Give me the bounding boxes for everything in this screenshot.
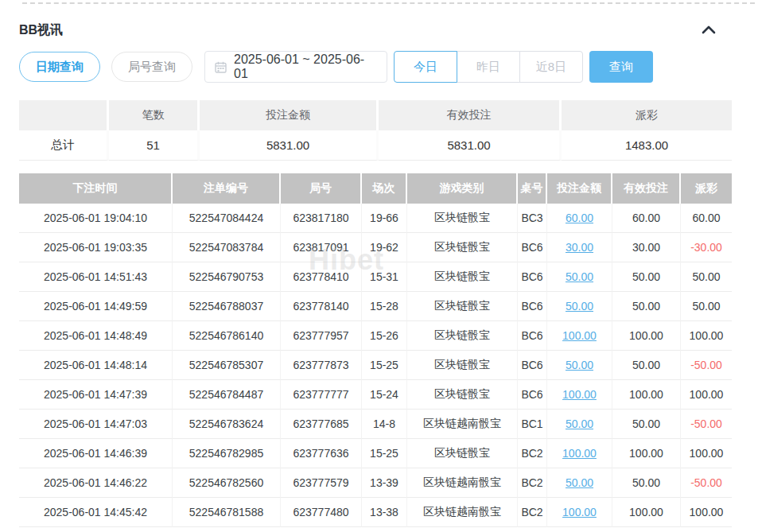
query-button[interactable]: 查询	[589, 51, 653, 83]
bet-table-body: 2025-06-01 19:04:10 522547084424 6238171…	[19, 204, 732, 527]
bet-amount-cell: 100.00	[547, 498, 612, 527]
round-number-cell: 623778410	[281, 262, 362, 292]
session-cell: 14-8	[362, 410, 407, 439]
game-type-cell: 区块链骰宝	[407, 380, 518, 410]
valid-bet-cell: 100.00	[612, 321, 681, 351]
date-range-input[interactable]: 2025-06-01 ~ 2025-06-01	[204, 51, 387, 83]
bet-id-cell: 522546782985	[173, 439, 281, 468]
bet-amount-link[interactable]: 50.00	[566, 270, 593, 283]
bet-amount-link[interactable]: 100.00	[562, 506, 597, 518]
date-range-value: 2025-06-01 ~ 2025-06-01	[234, 52, 377, 81]
bet-amount-link[interactable]: 30.00	[566, 241, 593, 254]
game-type-cell: 区块链骰宝	[407, 204, 518, 233]
bet-amount-cell: 60.00	[547, 204, 612, 233]
table-number-cell: BC2	[518, 439, 547, 468]
bet-amount-link[interactable]: 50.00	[566, 476, 593, 489]
payout-cell: 50.00	[681, 262, 732, 292]
table-row: 2025-06-01 19:04:10 522547084424 6238171…	[19, 204, 732, 233]
quick-last8days-button[interactable]: 近8日	[519, 51, 583, 83]
section-divider	[22, 2, 755, 4]
bet-id-cell: 522546786140	[173, 321, 281, 351]
bet-amount-cell: 50.00	[547, 262, 612, 292]
bet-time-cell: 2025-06-01 14:47:39	[19, 380, 173, 410]
round-number-cell: 623777579	[281, 468, 362, 498]
bet-time-cell: 2025-06-01 14:45:42	[19, 498, 173, 527]
session-cell: 15-26	[362, 321, 407, 351]
table-row: 2025-06-01 14:46:39 522546782985 6237776…	[19, 439, 732, 468]
bet-id-cell: 522547084424	[173, 204, 281, 233]
table-number-cell: BC6	[518, 233, 547, 262]
bet-amount-cell: 100.00	[547, 439, 612, 468]
payout-cell: 100.00	[681, 380, 732, 410]
bet-amount-link[interactable]: 50.00	[566, 300, 593, 313]
table-number-cell: BC2	[518, 468, 547, 498]
session-cell: 15-31	[362, 262, 407, 292]
payout-cell: 100.00	[681, 439, 732, 468]
round-number-cell: 623778140	[281, 292, 362, 321]
chevron-up-icon	[702, 25, 716, 37]
table-row: 2025-06-01 14:45:42 522546781588 6237774…	[19, 498, 732, 527]
bet-time-cell: 2025-06-01 14:47:03	[19, 410, 173, 439]
table-row: 2025-06-01 14:48:49 522546786140 6237779…	[19, 321, 732, 351]
valid-bet-cell: 50.00	[612, 262, 681, 292]
payout-cell: -50.00	[681, 468, 732, 498]
round-number-cell: 623817091	[281, 233, 362, 262]
round-number-cell: 623777636	[281, 439, 362, 468]
payout-cell: -50.00	[681, 410, 732, 439]
bet-id-cell: 522546782560	[173, 468, 281, 498]
payout-cell: 60.00	[681, 204, 732, 233]
round-number-cell: 623777685	[281, 410, 362, 439]
col-header-bet-id: 注单编号	[173, 173, 281, 204]
valid-bet-cell: 30.00	[612, 233, 681, 262]
bet-amount-link[interactable]: 60.00	[566, 212, 593, 224]
valid-bet-cell: 50.00	[612, 351, 681, 380]
game-type-cell: 区块链越南骰宝	[407, 468, 518, 498]
bet-table: 下注时间 注单编号 局号 场次 游戏类别 桌号 投注金额 有效投注 派彩 202…	[19, 173, 732, 527]
bet-amount-cell: 100.00	[547, 380, 612, 410]
session-cell: 15-28	[362, 292, 407, 321]
round-query-tab[interactable]: 局号查询	[111, 52, 192, 82]
bet-id-cell: 522546788037	[173, 292, 281, 321]
table-row: 2025-06-01 14:47:39 522546784487 6237777…	[19, 380, 732, 410]
valid-bet-cell: 100.00	[612, 498, 681, 527]
bet-amount-link[interactable]: 50.00	[566, 417, 593, 430]
session-cell: 19-66	[362, 204, 407, 233]
quick-today-button[interactable]: 今日	[394, 51, 457, 83]
table-number-cell: BC6	[518, 262, 547, 292]
quick-yesterday-button[interactable]: 昨日	[457, 51, 520, 83]
table-number-cell: BC2	[518, 498, 547, 527]
page-title: BB视讯	[19, 22, 63, 39]
game-type-cell: 区块链骰宝	[407, 439, 518, 468]
summary-header-count: 笔数	[109, 100, 200, 130]
bet-time-cell: 2025-06-01 19:03:35	[19, 233, 173, 262]
bet-amount-link[interactable]: 100.00	[562, 388, 597, 401]
bet-time-cell: 2025-06-01 14:48:14	[19, 351, 173, 380]
bet-id-cell: 522546784487	[173, 380, 281, 410]
bet-amount-cell: 50.00	[547, 292, 612, 321]
table-number-cell: BC1	[518, 410, 547, 439]
valid-bet-cell: 100.00	[612, 439, 681, 468]
payout-cell: 50.00	[681, 292, 732, 321]
table-number-cell: BC3	[518, 204, 547, 233]
bet-amount-cell: 50.00	[547, 410, 612, 439]
date-query-tab[interactable]: 日期查询	[19, 52, 100, 82]
session-cell: 15-25	[362, 351, 407, 380]
bet-time-cell: 2025-06-01 19:04:10	[19, 204, 173, 233]
bb-video-section: BB视讯 日期查询 局号查询 2025-06-01 ~ 2025-06-01 今…	[0, 2, 758, 532]
bet-amount-link[interactable]: 50.00	[566, 359, 593, 371]
table-number-cell: BC6	[518, 380, 547, 410]
game-type-cell: 区块链骰宝	[407, 351, 518, 380]
bet-time-cell: 2025-06-01 14:51:43	[19, 262, 173, 292]
table-row: 2025-06-01 14:51:43 522546790753 6237784…	[19, 262, 732, 292]
valid-bet-cell: 50.00	[612, 468, 681, 498]
collapse-button[interactable]	[698, 21, 719, 40]
bet-time-cell: 2025-06-01 14:46:39	[19, 439, 173, 468]
bet-id-cell: 522546785307	[173, 351, 281, 380]
round-number-cell: 623817180	[281, 204, 362, 233]
valid-bet-cell: 50.00	[612, 410, 681, 439]
bet-amount-link[interactable]: 100.00	[562, 329, 597, 342]
table-number-cell: BC6	[518, 351, 547, 380]
bet-amount-link[interactable]: 100.00	[562, 447, 597, 460]
col-header-valid-bet: 有效投注	[612, 173, 681, 204]
summary-header-valid-bet: 有效投注	[379, 100, 562, 130]
